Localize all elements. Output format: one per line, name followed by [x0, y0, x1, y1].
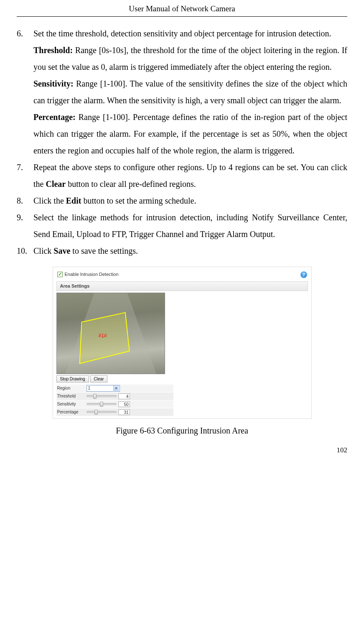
- percentage-label: Percentage:: [33, 112, 76, 122]
- item6-intro: Set the time threshold, detection sensit…: [33, 25, 347, 42]
- enable-row: Enable Intrusion Detection ?: [56, 270, 308, 280]
- list-number: 10.: [17, 242, 33, 259]
- list-number: 8.: [17, 192, 33, 209]
- enable-intrusion-label: Enable Intrusion Detection: [65, 272, 119, 277]
- intrusion-config-panel: Enable Intrusion Detection ? Area Settin…: [53, 267, 312, 419]
- drawing-buttons: Stop Drawing Clear: [56, 375, 308, 382]
- list-content: Select the linkage methods for intrusion…: [33, 209, 347, 242]
- sensitivity-text: Range [1-100]. The value of the sensitiv…: [33, 79, 347, 105]
- threshold-text: Range [0s-10s], the threshold for the ti…: [33, 46, 347, 71]
- sensitivity-slider-thumb[interactable]: [100, 402, 103, 407]
- instruction-list: 6. Set the time threshold, detection sen…: [17, 25, 347, 259]
- region-marker-label: #1#: [99, 333, 107, 339]
- region-value: 1: [88, 386, 91, 391]
- region-label: Region: [56, 386, 87, 391]
- page-header-title: User Manual of Network Camera: [17, 0, 347, 17]
- list-content: Click Save to save the settings.: [33, 242, 347, 259]
- item10-text-b: to save the settings.: [70, 246, 138, 255]
- item10-bold: Save: [53, 246, 70, 255]
- enable-intrusion-checkbox[interactable]: [57, 272, 63, 277]
- settings-table: Region 1 Threshold 4 Sensitivity: [56, 384, 173, 416]
- percentage-value[interactable]: 31: [118, 409, 130, 415]
- region-dropdown[interactable]: 1: [87, 385, 120, 392]
- item7-bold: Clear: [46, 179, 66, 189]
- figure-caption: Figure 6-63 Configuring Intrusion Area: [17, 425, 347, 436]
- item6-threshold: Threshold: Range [0s-10s], the threshold…: [33, 42, 347, 75]
- list-content: Repeat the above steps to configure othe…: [33, 159, 347, 192]
- percentage-slider-thumb[interactable]: [94, 410, 98, 415]
- list-number: 9.: [17, 209, 33, 242]
- item9-text: Select the linkage methods for intrusion…: [33, 209, 347, 242]
- sensitivity-value[interactable]: 50: [118, 401, 130, 407]
- threshold-label: Threshold:: [33, 46, 73, 55]
- threshold-value[interactable]: 4: [118, 393, 130, 399]
- list-item-9: 9. Select the linkage methods for intrus…: [17, 209, 347, 242]
- area-settings-header: Area Settings: [56, 281, 308, 291]
- region-row: Region 1: [56, 384, 173, 392]
- threshold-row: Threshold 4: [56, 392, 173, 400]
- threshold-setting-label: Threshold: [56, 394, 87, 399]
- chevron-down-icon: [113, 385, 119, 391]
- clear-button[interactable]: Clear: [90, 375, 108, 382]
- list-item-7: 7. Repeat the above steps to configure o…: [17, 159, 347, 192]
- item8-bold: Edit: [66, 196, 81, 205]
- list-content: Click the Edit button to set the arming …: [33, 192, 347, 209]
- item6-sensitivity: Sensitivity: Range [1-100]. The value of…: [33, 75, 347, 109]
- list-item-10: 10. Click Save to save the settings.: [17, 242, 347, 259]
- item10-text-a: Click: [33, 246, 53, 255]
- sensitivity-label: Sensitivity:: [33, 79, 74, 88]
- item6-percentage: Percentage: Range [1-100]. Percentage de…: [33, 109, 347, 159]
- percentage-text: Range [1-100]. Percentage defines the ra…: [33, 112, 347, 155]
- help-icon[interactable]: ?: [300, 271, 307, 278]
- list-item-6: 6. Set the time threshold, detection sen…: [17, 25, 347, 159]
- item8-text-b: button to set the arming schedule.: [81, 196, 196, 205]
- list-number: 7.: [17, 159, 33, 192]
- sensitivity-setting-label: Sensitivity: [56, 402, 87, 407]
- sensitivity-row: Sensitivity 50: [56, 400, 173, 408]
- threshold-slider-thumb[interactable]: [93, 394, 97, 399]
- item7-text-b: button to clear all pre-defined regions.: [66, 179, 196, 189]
- percentage-row: Percentage 31: [56, 408, 173, 416]
- preview-overlay: [57, 293, 165, 374]
- camera-preview[interactable]: #1#: [56, 293, 165, 374]
- percentage-slider[interactable]: [87, 409, 117, 415]
- item8-text-a: Click the: [33, 196, 66, 205]
- stop-drawing-button[interactable]: Stop Drawing: [56, 375, 89, 382]
- percentage-setting-label: Percentage: [56, 410, 87, 415]
- list-number: 6.: [17, 25, 33, 159]
- page-number: 102: [17, 443, 347, 457]
- list-content: Set the time threshold, detection sensit…: [33, 25, 347, 159]
- list-item-8: 8. Click the Edit button to set the armi…: [17, 192, 347, 209]
- sensitivity-slider[interactable]: [87, 401, 117, 407]
- threshold-slider[interactable]: [87, 393, 117, 399]
